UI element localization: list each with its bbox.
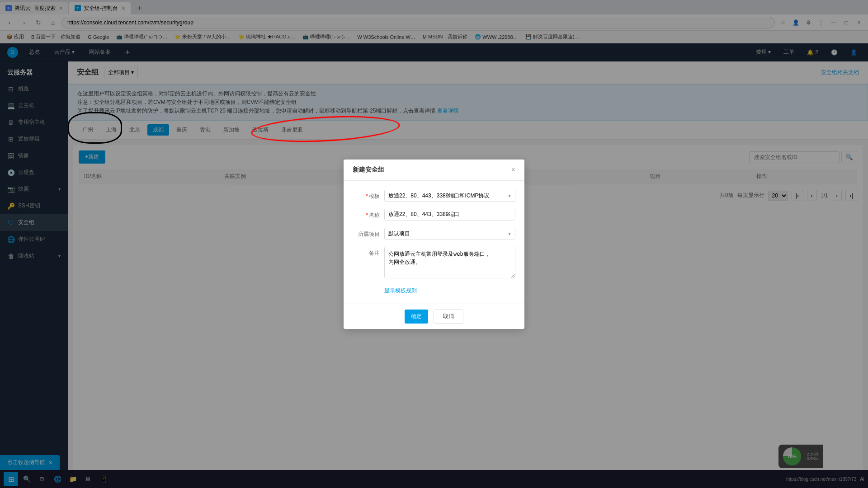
project-row: 所属项目 默认项目 bbox=[353, 228, 515, 239]
template-link-row: 显示模板规则 bbox=[353, 287, 515, 295]
confirm-button[interactable]: 确定 bbox=[405, 310, 428, 324]
dialog-footer: 确定 取消 bbox=[344, 304, 524, 329]
name-control bbox=[384, 209, 515, 221]
remark-row: 备注 公网放通云主机常用登录及web服务端口， 内网全放通。 bbox=[353, 247, 515, 280]
project-label: 所属项目 bbox=[353, 228, 380, 238]
template-row: 模板 放通22、80、443、3389端口和ICMP协议 自定义 放通全部端口 bbox=[353, 190, 515, 202]
show-template-rules-link[interactable]: 显示模板规则 bbox=[384, 287, 417, 294]
template-select[interactable]: 放通22、80、443、3389端口和ICMP协议 自定义 放通全部端口 bbox=[384, 190, 515, 202]
template-select-wrapper: 放通22、80、443、3389端口和ICMP协议 自定义 放通全部端口 bbox=[384, 190, 515, 202]
new-security-group-dialog: 新建安全组 × 模板 放通22、80、443、3389端口和ICMP协议 自定义… bbox=[344, 160, 524, 329]
dialog-title: 新建安全组 bbox=[353, 166, 384, 174]
project-control: 默认项目 bbox=[384, 228, 515, 239]
template-control: 放通22、80、443、3389端口和ICMP协议 自定义 放通全部端口 bbox=[384, 190, 515, 202]
name-input[interactable] bbox=[384, 209, 515, 221]
remark-label: 备注 bbox=[353, 247, 380, 257]
project-select-wrapper: 默认项目 bbox=[384, 228, 515, 239]
name-row: 名称 bbox=[353, 209, 515, 221]
project-select[interactable]: 默认项目 bbox=[384, 228, 515, 239]
remark-textarea[interactable]: 公网放通云主机常用登录及web服务端口， 内网全放通。 bbox=[384, 247, 515, 278]
dialog-overlay: 新建安全组 × 模板 放通22、80、443、3389端口和ICMP协议 自定义… bbox=[0, 0, 868, 488]
name-label: 名称 bbox=[353, 209, 380, 219]
template-label: 模板 bbox=[353, 190, 380, 200]
dialog-close-button[interactable]: × bbox=[511, 166, 515, 174]
cancel-button[interactable]: 取消 bbox=[434, 310, 463, 324]
remark-control: 公网放通云主机常用登录及web服务端口， 内网全放通。 bbox=[384, 247, 515, 280]
dialog-header: 新建安全组 × bbox=[344, 160, 524, 181]
dialog-body: 模板 放通22、80、443、3389端口和ICMP协议 自定义 放通全部端口 … bbox=[344, 181, 524, 304]
